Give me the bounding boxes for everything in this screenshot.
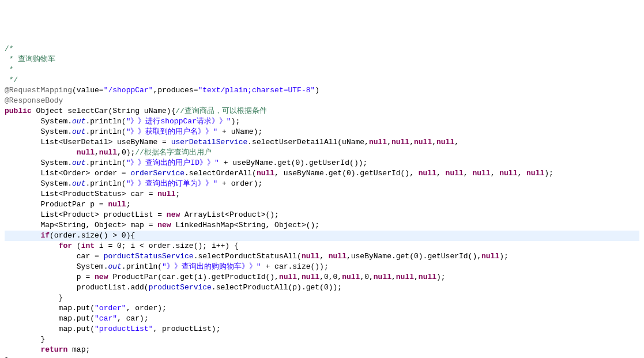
keyword-null: null (99, 148, 117, 157)
text: List<UserDetail> useByName = (5, 138, 171, 146)
text: List<ProductStatus> car = (5, 190, 157, 198)
string-literal: "》》查询出的购购物车》》" (162, 262, 261, 271)
text: + car.size()); (261, 262, 329, 271)
text: , (319, 252, 329, 261)
comment-line: * 查询购物车 (5, 55, 55, 63)
field-ref: orderService (130, 169, 184, 178)
text (5, 242, 59, 250)
text: map.put( (5, 314, 95, 323)
code-block: /* * 查询购物车 * */ @RequestMapping(value="/… (5, 44, 639, 358)
text: System. (5, 159, 72, 167)
keyword-null: null (302, 273, 319, 281)
text: , (387, 138, 391, 146)
text: map; (67, 345, 90, 354)
keyword-null: null (302, 252, 319, 261)
keyword-null: null (342, 273, 360, 281)
keyword-null: null (157, 190, 175, 198)
text: ); (436, 273, 446, 281)
text: , (454, 138, 459, 146)
static-field: out (72, 127, 85, 136)
text: + order); (217, 179, 262, 188)
text: , (436, 169, 446, 178)
keyword-null: null (369, 138, 387, 146)
text: , (297, 273, 302, 281)
text: ,0, (360, 273, 373, 281)
string-literal: "/shoppCar" (104, 86, 153, 95)
keyword-null: null (108, 200, 126, 209)
text: ); (544, 169, 553, 178)
text: } (5, 335, 45, 344)
text: ,produces= (153, 86, 198, 95)
keyword: new (157, 221, 171, 229)
text: , useByName.get(0).getUserId(), (274, 169, 419, 178)
text: p = (5, 273, 95, 281)
text: , (414, 273, 419, 281)
keyword-null: null (526, 169, 544, 178)
text: ); (499, 252, 509, 261)
text: ,0); (117, 148, 135, 157)
text: List<Product> productList = (5, 210, 167, 219)
text: ProductPar(car.get(i).getProductId(), (108, 273, 278, 281)
text: ,useByName.get(0).getUserId(), (347, 252, 481, 261)
keyword: for (59, 242, 72, 250)
text: map.put( (5, 325, 95, 333)
static-field: out (72, 159, 85, 167)
text: , productList); (153, 325, 220, 333)
text: , (432, 138, 436, 146)
field-ref: userDetailService (171, 138, 248, 146)
keyword: new (167, 210, 180, 219)
annotation: @ResponseBody (5, 96, 63, 105)
static-field: out (72, 117, 85, 126)
keyword: int (81, 242, 95, 250)
keyword-null: null (374, 273, 391, 281)
text: LinkedHashMap<String, Object>(); (171, 221, 319, 229)
keyword-null: null (414, 138, 432, 146)
comment-line: * (5, 65, 14, 74)
text: ProductPar p = (5, 200, 108, 209)
field-ref: porductStatusService (104, 252, 194, 261)
keyword-null: null (436, 138, 454, 146)
text: List<Order> order = (5, 169, 130, 178)
text: .println( (85, 117, 126, 126)
text: System. (5, 127, 72, 136)
string-literal: "》》查询出的订单为》》" (126, 179, 218, 188)
annotation: @RequestMapping (5, 86, 72, 95)
text: .println( (122, 262, 162, 271)
keyword-null: null (77, 148, 95, 157)
text: ; (126, 200, 131, 209)
keyword-null: null (279, 273, 297, 281)
keyword-null: null (257, 169, 274, 178)
text: , car); (117, 314, 149, 323)
text (5, 148, 77, 157)
text: + uName); (217, 127, 262, 136)
text: ) (315, 86, 319, 95)
static-field: out (72, 179, 85, 188)
text: .selectProductAll(p).get(0)); (212, 283, 342, 292)
keyword-null: null (329, 252, 347, 261)
field-ref: productService (149, 283, 212, 292)
comment-line: //根据名字查询出用户 (135, 148, 212, 157)
string-literal: "》》获取到的用户名》》" (126, 127, 218, 136)
text: } (5, 293, 63, 302)
text: System. (5, 117, 72, 126)
string-literal: "text/plain;charset=UTF-8" (198, 86, 315, 95)
keyword-null: null (499, 169, 517, 178)
text: ); (231, 117, 240, 126)
text: ,0,0, (319, 273, 342, 281)
comment-line: /* (5, 44, 14, 53)
text: .println( (85, 179, 126, 188)
keyword-null: null (396, 273, 414, 281)
comment-line: */ (5, 76, 18, 84)
text: ( (72, 242, 81, 250)
text (5, 345, 40, 354)
text: Map<String, Object> map = (5, 221, 157, 229)
string-literal: "car" (95, 314, 117, 323)
text: , (95, 148, 99, 157)
text: , (409, 138, 414, 146)
text: (order.size() > 0){ (50, 231, 135, 240)
text: } (5, 356, 9, 358)
highlighted-line: if(order.size() > 0){ (5, 231, 639, 241)
comment-line: //查询商品，可以根据条件 (175, 107, 267, 115)
text: productList.add( (5, 283, 149, 292)
text: , (391, 273, 396, 281)
